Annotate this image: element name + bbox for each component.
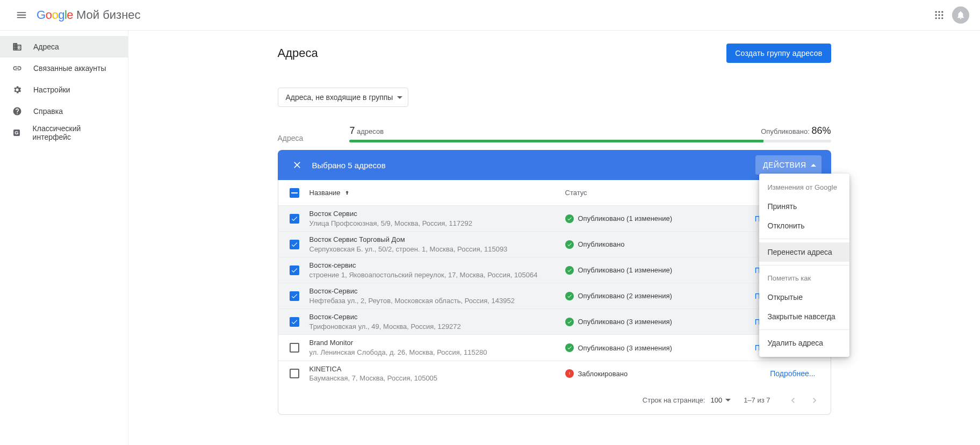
rpp-select[interactable]: 100 — [710, 396, 731, 404]
svg-rect-13 — [569, 375, 570, 375]
avatar — [952, 6, 969, 24]
status-ok-icon — [565, 343, 574, 352]
status-ok-icon — [565, 318, 574, 326]
check-icon — [291, 318, 298, 326]
link-icon — [12, 63, 23, 73]
stats-block: 7 адресов Опубликовано: 86% — [349, 125, 831, 142]
classic-icon: G — [12, 128, 22, 137]
business-icon — [12, 42, 23, 52]
product-name: Мой бизнес — [76, 8, 141, 22]
chevron-left-icon — [788, 395, 798, 406]
row-checkbox[interactable] — [290, 291, 299, 301]
prev-page-button[interactable] — [783, 391, 803, 410]
selection-close-button[interactable] — [287, 155, 307, 175]
stats-count-suffix: адресов — [357, 127, 384, 135]
col-name-label: Название — [309, 189, 341, 197]
row-checkbox[interactable] — [290, 214, 299, 224]
google-logo-text: Google — [37, 8, 73, 22]
next-page-button[interactable] — [805, 391, 824, 410]
table-row[interactable]: Brand Monitorул. Ленинская Слобода, д. 2… — [278, 335, 831, 361]
row-name: Brand Monitor — [309, 338, 557, 348]
status-ok-icon — [565, 292, 574, 300]
select-all-checkbox[interactable] — [290, 188, 299, 198]
sidebar-item-addresses[interactable]: Адреса — [0, 36, 128, 58]
menu-item-closed[interactable]: Закрытые навсегда — [759, 307, 849, 326]
row-checkbox[interactable] — [290, 343, 299, 353]
menu-item-accept[interactable]: Принять — [759, 197, 849, 216]
row-status-text: Опубликовано (3 изменения) — [578, 344, 672, 352]
svg-point-6 — [935, 17, 937, 19]
table-row[interactable]: Восток-СервисТрифоновская ул., 49, Москв… — [278, 309, 831, 335]
menu-item-open[interactable]: Открытые — [759, 288, 849, 307]
caret-up-icon — [811, 164, 816, 167]
status-ok-icon — [565, 214, 574, 223]
sidebar-item-label: Классический интерфейс — [33, 124, 115, 141]
table-row[interactable]: Восток-СервисНефтебаза ул., 2, Реутов, М… — [278, 283, 831, 309]
row-name: Восток Сервис — [309, 209, 557, 219]
actions-label: ДЕЙСТВИЯ — [763, 161, 806, 169]
row-name: Восток-сервис — [309, 261, 557, 270]
row-name: KINETICA — [309, 364, 557, 374]
table-row[interactable]: Восток-сервисстроение 1, Яковоапостольск… — [278, 257, 831, 283]
rpp-label: Строк на странице: — [643, 396, 705, 404]
account-button[interactable] — [950, 4, 971, 26]
create-group-button[interactable]: Создать группу адресов — [726, 44, 831, 63]
selection-text: Выбрано 5 адресов — [312, 161, 386, 170]
svg-point-4 — [938, 14, 940, 16]
chevron-right-icon — [809, 395, 820, 406]
table-row[interactable]: Восток СервисУлица Профсоюзная, 5/9, Мос… — [278, 206, 831, 232]
sidebar-item-label: Связанные аккаунты — [33, 64, 106, 73]
locations-table: Название Статус Восток СервисУлица Профс… — [278, 180, 831, 415]
menu-section-mark-as: Пометить как — [759, 269, 849, 288]
sidebar-item-linked-accounts[interactable]: Связанные аккаунты — [0, 58, 128, 79]
sidebar-item-help[interactable]: Справка — [0, 101, 128, 122]
svg-point-3 — [935, 14, 937, 16]
table-row[interactable]: Восток Сервис Торговый ДомСерпуховская Б… — [278, 232, 831, 257]
row-address: Нефтебаза ул., 2, Реутов, Московская обл… — [309, 296, 557, 306]
row-address: ул. Ленинская Слобода, д. 26, Москва, Ро… — [309, 348, 557, 357]
status-ok-icon — [565, 240, 574, 249]
svg-point-5 — [941, 14, 943, 16]
filter-dropdown[interactable]: Адреса, не входящие в группы — [278, 88, 409, 107]
table-row[interactable]: KINETICAБауманская, 7, Москва, Россия, 1… — [278, 361, 831, 386]
filter-label: Адреса, не входящие в группы — [286, 93, 393, 102]
row-status-text: Опубликовано — [578, 240, 625, 248]
check-icon — [291, 241, 298, 248]
actions-button[interactable]: ДЕЙСТВИЯ — [755, 155, 822, 175]
learn-more-link[interactable]: Подробнее... — [770, 369, 815, 378]
sidebar-item-settings[interactable]: Настройки — [0, 79, 128, 101]
stats-published-label: Опубликовано: — [761, 127, 810, 135]
row-checkbox[interactable] — [290, 369, 299, 378]
row-name: Восток-Сервис — [309, 286, 557, 296]
menu-item-delete[interactable]: Удалить адреса — [759, 333, 849, 353]
topbar: Google Мой бизнес — [0, 0, 980, 31]
sidebar-item-classic[interactable]: G Классический интерфейс — [0, 122, 128, 143]
svg-point-8 — [941, 17, 943, 19]
menu-button[interactable] — [9, 2, 34, 28]
rpp-value: 100 — [710, 396, 722, 404]
apps-button[interactable] — [928, 4, 950, 26]
check-icon — [291, 267, 298, 274]
help-icon — [12, 106, 23, 116]
svg-point-0 — [935, 11, 937, 13]
row-status-text: Опубликовано (1 изменение) — [578, 214, 673, 223]
sort-name[interactable]: Название — [309, 189, 350, 197]
logo[interactable]: Google Мой бизнес — [37, 8, 141, 22]
arrow-up-icon — [344, 190, 350, 196]
menu-item-reject[interactable]: Отклонить — [759, 216, 849, 235]
menu-item-transfer[interactable]: Перенести адреса — [759, 242, 849, 262]
status-ok-icon — [565, 266, 574, 275]
sidebar: Адреса Связанные аккаунты Настройки Спра… — [0, 31, 128, 445]
row-checkbox[interactable] — [290, 240, 299, 249]
row-status-text: Опубликовано (1 изменение) — [578, 266, 673, 274]
selection-bar: Выбрано 5 адресов ДЕЙСТВИЯ Изменения от … — [278, 150, 831, 180]
bell-icon — [956, 10, 965, 20]
row-address: Серпуховская Б. ул., 50/2, строен. 1, Мо… — [309, 245, 557, 254]
stats-count: 7 — [349, 125, 355, 136]
status-error-icon — [565, 369, 574, 378]
minus-icon — [291, 192, 298, 193]
row-address: Улица Профсоюзная, 5/9, Москва, Россия, … — [309, 219, 557, 228]
row-checkbox[interactable] — [290, 317, 299, 327]
check-icon — [291, 215, 298, 223]
row-checkbox[interactable] — [290, 265, 299, 275]
